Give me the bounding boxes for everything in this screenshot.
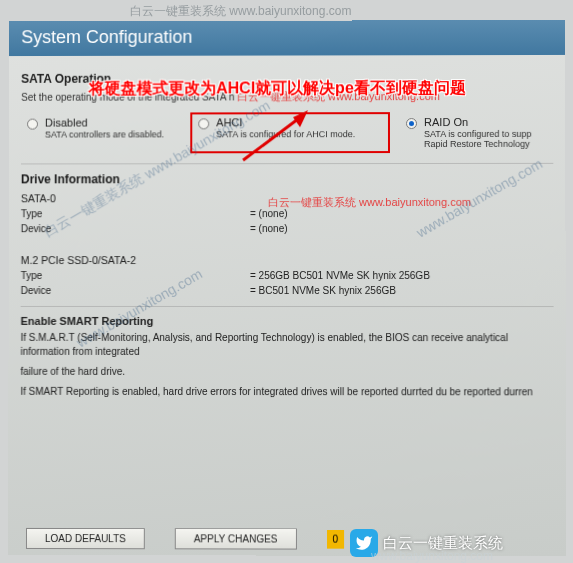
smart-desc-2: failure of the hard drive. bbox=[20, 364, 553, 378]
radio-icon[interactable] bbox=[27, 118, 38, 129]
load-defaults-button[interactable]: LOAD DEFAULTS bbox=[26, 528, 145, 549]
red-arrow-icon bbox=[238, 105, 318, 165]
svg-line-0 bbox=[243, 115, 303, 160]
smart-desc-3: If SMART Reporting is enabled, hard driv… bbox=[20, 384, 553, 399]
apply-changes-button[interactable]: APPLY CHANGES bbox=[175, 528, 297, 549]
sata0-type-row: Type = (none) bbox=[21, 207, 554, 218]
sata0-type-key: Type bbox=[21, 208, 250, 219]
option-disabled-label: Disabled bbox=[45, 117, 88, 129]
changes-badge: 0 bbox=[327, 530, 345, 549]
footer-url: www.baiyunxitong.com bbox=[371, 549, 493, 563]
m2-type-key: Type bbox=[21, 270, 250, 281]
option-raid-label: RAID On bbox=[424, 116, 468, 128]
button-bar: LOAD DEFAULTS APPLY CHANGES 0 bbox=[26, 528, 344, 550]
sata0-label: SATA-0 bbox=[21, 191, 554, 203]
m2-device-row: Device = BC501 NVMe SK hynix 256GB bbox=[21, 285, 554, 296]
m2-label: M.2 PCIe SSD-0/SATA-2 bbox=[21, 254, 554, 266]
option-raid[interactable]: RAID On SATA is configured to supp Rapid… bbox=[400, 112, 550, 153]
smart-desc-1: If S.M.A.R.T (Self-Monitoring, Analysis,… bbox=[20, 331, 553, 359]
option-disabled-desc: SATA controllers are disabled. bbox=[45, 129, 174, 139]
radio-icon-selected[interactable] bbox=[406, 118, 417, 129]
m2-device-key: Device bbox=[21, 285, 250, 296]
smart-title: Enable SMART Reporting bbox=[21, 315, 554, 327]
header-bar: System Configuration bbox=[9, 20, 565, 56]
page-title: System Configuration bbox=[21, 27, 192, 47]
m2-type-row: Type = 256GB BC501 NVMe SK hynix 256GB bbox=[21, 270, 554, 281]
drive-information-title: Drive Information bbox=[21, 171, 553, 185]
sata0-type-val: = (none) bbox=[250, 208, 287, 219]
m2-device-val: = BC501 NVMe SK hynix 256GB bbox=[250, 285, 396, 296]
sata0-device-val: = (none) bbox=[250, 223, 287, 234]
sata0-device-key: Device bbox=[21, 223, 250, 234]
top-watermark: 白云一键重装系统 www.baiyunxitong.com bbox=[130, 3, 351, 20]
m2-type-val: = 256GB BC501 NVMe SK hynix 256GB bbox=[250, 270, 430, 281]
svg-marker-1 bbox=[293, 110, 308, 127]
bios-screen: System Configuration 将硬盘模式更改为AHCI就可以解决pe… bbox=[8, 20, 566, 556]
divider bbox=[21, 306, 554, 307]
radio-icon[interactable] bbox=[198, 118, 209, 129]
red-annotation-text: 将硬盘模式更改为AHCI就可以解决pe看不到硬盘问题 bbox=[89, 78, 555, 100]
option-raid-desc2: Rapid Restore Technology bbox=[424, 138, 544, 148]
option-disabled[interactable]: Disabled SATA controllers are disabled. bbox=[21, 112, 180, 153]
option-raid-desc1: SATA is configured to supp bbox=[424, 128, 544, 138]
sata0-device-row: Device = (none) bbox=[21, 222, 554, 233]
